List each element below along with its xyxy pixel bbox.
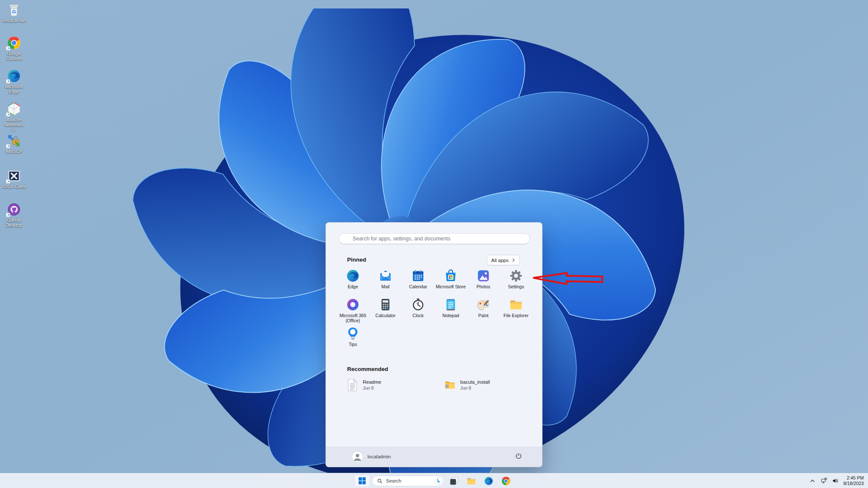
shortcut-arrow-icon (6, 46, 10, 50)
taskbar-button-task-view[interactable] (446, 475, 462, 487)
pinned-app-label: Photos (476, 284, 490, 290)
recommended-item-text: bacula_installJun 8 (460, 379, 490, 390)
desktop-icon-label: Recycle Bin (2, 18, 25, 23)
tips-icon (346, 326, 360, 340)
taskbar-app-buttons (446, 475, 514, 487)
shortcut-arrow-icon (6, 112, 10, 117)
clock-icon (411, 298, 425, 312)
power-icon (515, 452, 522, 461)
pinned-app-m365[interactable]: Microsoft 365 (Office) (337, 296, 369, 325)
search-icon (377, 478, 383, 484)
pinned-app-notepad[interactable]: Notepad (434, 296, 467, 325)
pinned-app-label: Settings (508, 284, 524, 290)
windows-logo-icon (358, 477, 367, 485)
m365-icon (346, 298, 360, 312)
taskbar-search-box[interactable]: Search (372, 476, 444, 486)
tray-clock[interactable]: 2:45 PM 8/18/2023 (843, 475, 864, 486)
tray-icon-group (807, 475, 841, 487)
pinned-app-label: Calculator (376, 313, 395, 318)
edge-icon (484, 476, 493, 486)
desktop-icon-label: GitHub Desktop (2, 218, 26, 228)
desktop-icon-github[interactable]: GitHub Desktop (2, 202, 26, 228)
explorer-icon (509, 298, 523, 312)
tray-button-volume[interactable] (830, 475, 841, 487)
tray-button-chevron-up[interactable] (807, 475, 818, 487)
all-apps-button[interactable]: All apps (487, 255, 520, 265)
pinned-app-calculator[interactable]: Calculator (369, 296, 402, 325)
bing-icon (434, 477, 442, 485)
desktop-icon-label: Apache NetBeans I... (2, 117, 26, 132)
taskbar-button-explorer[interactable] (464, 475, 479, 487)
pinned-app-tips[interactable]: Tips (337, 325, 369, 354)
recommended-item-Readme[interactable]: ReadmeJun 8 (341, 375, 439, 395)
pinned-app-photos[interactable]: Photos (467, 268, 500, 296)
pinned-app-label: Calendar (409, 284, 427, 290)
pinned-app-label: Notepad (442, 313, 459, 318)
user-avatar-icon (352, 452, 363, 462)
store-icon (444, 269, 458, 283)
pinned-app-calendar[interactable]: Calendar (402, 268, 434, 296)
pinned-app-label: Microsoft Store (436, 284, 466, 290)
recycle-bin-icon: ♻ (7, 3, 21, 17)
shortcut-arrow-icon (6, 213, 10, 217)
pinned-app-store[interactable]: Microsoft Store (434, 268, 467, 296)
tray-button-network[interactable] (818, 475, 830, 487)
recommended-item-title: Readme (363, 379, 381, 385)
chevron-up-icon (809, 477, 816, 484)
desktop-icon-label: Google Chrome (2, 51, 26, 61)
desktop-icon-x2go[interactable]: X2Go Client (2, 169, 26, 190)
desktop-icon-chrome[interactable]: Google Chrome (2, 36, 26, 61)
pinned-header: Pinned (347, 257, 366, 263)
zip-folder-icon (445, 379, 455, 391)
photos-icon (476, 269, 490, 283)
taskbar-button-edge[interactable] (481, 475, 496, 487)
all-apps-label: All apps (491, 258, 509, 263)
tray-date: 8/18/2023 (843, 481, 864, 486)
start-button[interactable] (355, 475, 370, 487)
pinned-app-explorer[interactable]: File Explorer (500, 296, 532, 325)
user-account-button[interactable]: localadmin (349, 450, 394, 464)
pinned-app-edge[interactable]: Edge (337, 268, 369, 296)
recommended-item-date: Jun 8 (363, 385, 381, 390)
mail-icon (378, 269, 392, 283)
pinned-app-label: Tips (349, 342, 357, 347)
start-search-input[interactable] (339, 233, 530, 244)
shortcut-arrow-icon (6, 144, 10, 148)
notepad-icon (444, 298, 458, 312)
taskbar-button-chrome[interactable] (498, 475, 514, 487)
pinned-app-mail[interactable]: Mail (369, 268, 402, 296)
pinned-app-label: Paint (479, 313, 489, 318)
tray-time: 2:45 PM (843, 475, 864, 481)
network-icon (821, 477, 827, 484)
desktop-icon-netbeans[interactable]: Apache NetBeans I... (2, 102, 26, 132)
pinned-app-label: File Explorer (504, 313, 529, 318)
desktop-icon-winscp[interactable]: WinSCP (2, 134, 26, 154)
chrome-icon (7, 36, 21, 50)
pinned-app-paint[interactable]: Paint (467, 296, 500, 325)
pinned-app-label: Edge (348, 284, 358, 290)
recommended-header: Recommended (347, 366, 388, 372)
chrome-icon (501, 476, 511, 486)
edge-icon (7, 69, 21, 83)
pinned-app-clock[interactable]: Clock (402, 296, 434, 325)
desktop-icon-list: ♻Recycle BinGoogle ChromeMicrosoft EdgeA… (2, 1, 27, 238)
recommended-item-title: bacula_install (460, 379, 490, 385)
taskbar-search-label: Search (386, 478, 431, 483)
power-button[interactable] (512, 450, 525, 463)
desktop-icon-label: X2Go Client (2, 184, 26, 190)
github-icon (7, 202, 21, 217)
calculator-icon (378, 298, 392, 312)
user-name: localadmin (367, 454, 391, 459)
pinned-app-label: Clock (412, 313, 423, 318)
recommended-item-bacula_install[interactable]: bacula_installJun 8 (439, 375, 536, 395)
desktop-icon-recycle-bin[interactable]: ♻Recycle Bin (2, 3, 26, 23)
pinned-apps-grid: EdgeMailCalendarMicrosoft StorePhotosSet… (337, 268, 532, 354)
taskbar: Search 2:45 PM 8/18/2023 (0, 473, 868, 488)
calendar-icon (411, 269, 425, 283)
pinned-app-label: Mail (381, 284, 389, 290)
shortcut-arrow-icon (6, 179, 10, 184)
desktop-icon-edge[interactable]: Microsoft Edge (2, 69, 26, 94)
pinned-app-settings[interactable]: Settings (500, 268, 532, 296)
task-view-icon (449, 476, 459, 486)
paint-icon (476, 298, 490, 312)
